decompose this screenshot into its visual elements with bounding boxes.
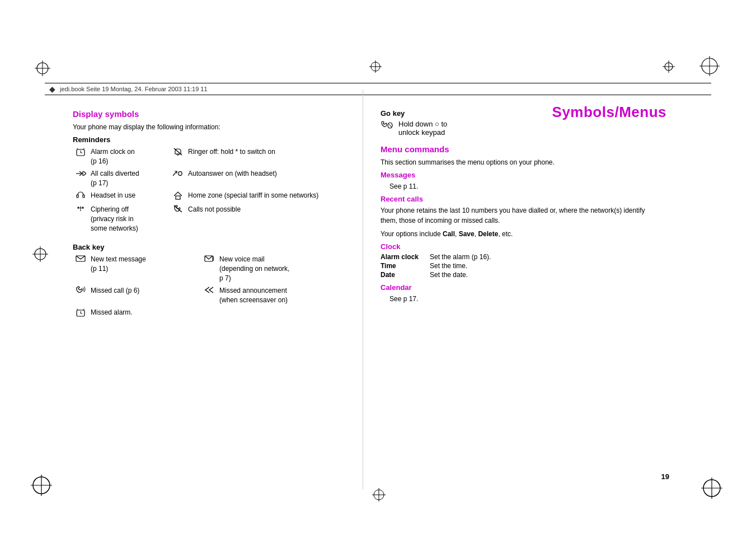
- reminder-icon-6: [170, 190, 186, 204]
- backkey-icon-empty: [201, 307, 217, 322]
- clock-item-date: Date Set the date.: [381, 271, 660, 279]
- svg-rect-35: [176, 196, 180, 199]
- header-filename: jedi.book Seite 19 Montag, 24. Februar 2…: [60, 86, 208, 92]
- reminders-table: Alarm clock on(p 16) Ringer off: hold * …: [73, 146, 330, 235]
- backkey-text-1: New text message(p 11): [88, 254, 201, 285]
- left-column: Display symbols Your phone may display t…: [73, 109, 330, 327]
- clock-item-time: Time Set the time.: [381, 262, 660, 270]
- backkey-icon-1: [73, 254, 88, 285]
- reg-mark-top-right: [699, 56, 720, 78]
- recent-calls-heading: Recent calls: [381, 195, 660, 203]
- page: ◆ jedi.book Seite 19 Montag, 24. Februar…: [0, 0, 756, 534]
- clock-item-alarm: Alarm clock Set the alarm (p 16).: [381, 253, 660, 261]
- backkey-text-3: Missed call (p 6): [88, 285, 201, 307]
- time-term: Time: [381, 262, 425, 270]
- reminder-text-2: Ringer off: hold * to switch on: [186, 146, 330, 168]
- reminder-text-4: Autoanswer on (with headset): [186, 168, 330, 190]
- reminder-icon-3: [73, 168, 88, 190]
- reminder-text-7: Ciphering off(privacy risk insome networ…: [88, 204, 170, 235]
- display-symbols-intro: Your phone may display the following inf…: [73, 122, 330, 132]
- backkey-icon-3: [73, 285, 88, 307]
- gokey-text-line1: Hold down ○ to: [398, 120, 447, 128]
- backkey-row-3: Missed alarm.: [73, 307, 330, 322]
- reminder-text-5: Headset in use: [88, 190, 170, 204]
- alarm-clock-desc: Set the alarm (p 16).: [430, 253, 491, 261]
- gokey-heading: Go key: [381, 109, 660, 118]
- reminder-text-8: Calls not possible: [186, 204, 330, 235]
- calendar-heading: Calendar: [381, 283, 660, 292]
- reminders-heading: Reminders: [73, 135, 330, 144]
- reminder-row-3: Headset in use Home zone (special tariff…: [73, 190, 330, 204]
- backkey-heading: Back key: [73, 243, 330, 251]
- messages-heading: Messages: [381, 171, 660, 179]
- reminder-icon-7: *!*: [73, 204, 88, 235]
- recent-calls-text2: Your options include Call, Save, Delete,…: [381, 229, 660, 239]
- calendar-text: See p 17.: [389, 294, 660, 304]
- svg-line-45: [388, 123, 392, 128]
- alarm-clock-term: Alarm clock: [381, 253, 425, 261]
- header-diamond-icon: ◆: [49, 85, 55, 93]
- svg-line-32: [173, 171, 177, 176]
- reg-mark-top-center: [369, 60, 382, 74]
- reg-mark-bottom-left: [31, 475, 52, 498]
- column-divider: [363, 90, 363, 489]
- backkey-row-2: Missed call (p 6) Missed announcement(wh…: [73, 285, 330, 307]
- reg-mark-top-right-small: [663, 60, 675, 74]
- clock-heading: Clock: [381, 242, 660, 251]
- reg-mark-top-left: [35, 60, 50, 78]
- menu-commands-intro: This section summarises the menu options…: [381, 157, 660, 167]
- backkey-icon-4: [201, 285, 217, 307]
- reminder-text-1: Alarm clock on(p 16): [88, 146, 170, 168]
- reminder-row-2: All calls diverted(p 17) Autoanswer on (…: [73, 168, 330, 190]
- reminder-icon-8: [170, 204, 186, 235]
- reminder-icon-2: [170, 146, 186, 168]
- backkey-text-2: New voice mail(depending on network,p 7): [217, 254, 330, 285]
- backkey-icon-5: [73, 307, 88, 322]
- backkey-icon-2: [201, 254, 217, 285]
- messages-text: See p 11.: [389, 181, 660, 191]
- page-number: 19: [661, 472, 669, 481]
- reminder-row-4: *!* Ciphering off(privacy risk insome ne…: [73, 204, 330, 235]
- gokey-icon: [381, 121, 393, 132]
- header-bar: ◆ jedi.book Seite 19 Montag, 24. Februar…: [45, 83, 711, 95]
- date-term: Date: [381, 271, 425, 279]
- reminder-text-3: All calls diverted(p 17): [88, 168, 170, 190]
- recent-calls-text1: Your phone retains the last 10 numbers y…: [381, 205, 660, 226]
- reminder-icon-1: [73, 146, 88, 168]
- reminder-text-6: Home zone (special tariff in some networ…: [186, 190, 330, 204]
- backkey-row-1: New text message(p 11) New voice mail(de…: [73, 254, 330, 285]
- backkey-table: New text message(p 11) New voice mail(de…: [73, 254, 330, 322]
- menu-commands-heading: Menu commands: [381, 144, 660, 154]
- reg-mark-bottom-right: [701, 477, 722, 500]
- gokey-text-line2: unlock keypad: [398, 128, 445, 137]
- backkey-text-4: Missed announcement(when screensaver on): [217, 285, 330, 307]
- reminder-icon-5: [73, 190, 88, 204]
- clock-items: Alarm clock Set the alarm (p 16). Time S…: [381, 253, 660, 279]
- time-desc: Set the time.: [430, 262, 467, 270]
- reg-mark-bottom-center: [372, 488, 386, 503]
- gokey-description: Hold down ○ to unlock keypad: [398, 120, 447, 137]
- date-desc: Set the date.: [430, 271, 468, 279]
- gokey-section: Hold down ○ to unlock keypad: [381, 120, 660, 137]
- backkey-text-5: Missed alarm.: [88, 307, 201, 322]
- right-column: Go key Hold down ○ to unlock keypad Menu…: [381, 109, 660, 307]
- backkey-text-empty: [217, 307, 330, 322]
- reminder-row-1: Alarm clock on(p 16) Ringer off: hold * …: [73, 146, 330, 168]
- display-symbols-heading: Display symbols: [73, 109, 330, 119]
- reminder-icon-4: [170, 168, 186, 190]
- reg-mark-left-center: [32, 246, 48, 264]
